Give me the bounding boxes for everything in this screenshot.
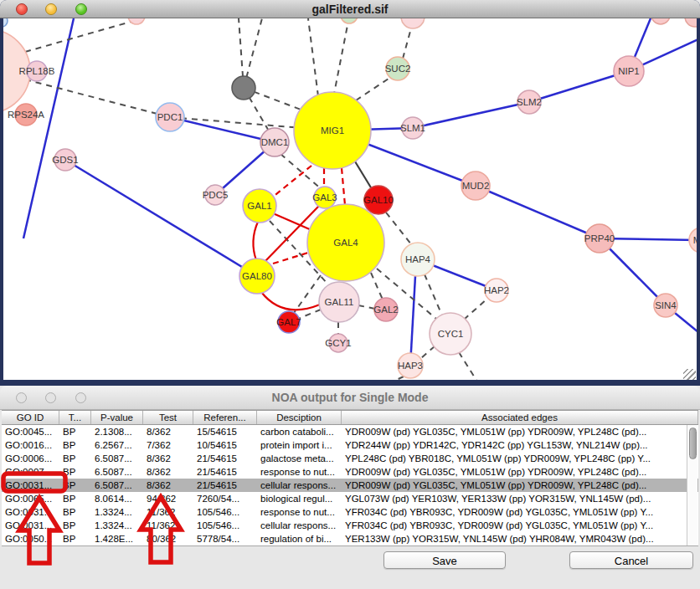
node-label: MSI	[693, 235, 697, 245]
table-cell: GO:0007...	[2, 465, 59, 479]
network-edge[interactable]	[298, 310, 321, 319]
network-edge[interactable]	[389, 376, 404, 380]
column-header-desciption[interactable]: Desciption	[257, 411, 342, 424]
cancel-button[interactable]: Cancel	[569, 551, 693, 569]
table-cell: YFR034C (pd) YBR093C, YDR009W (pd) YGL03…	[342, 505, 698, 519]
save-button[interactable]: Save	[383, 551, 506, 569]
network-edge[interactable]	[25, 20, 136, 52]
column-header-referen[interactable]: Referen...	[193, 411, 257, 424]
network-edge[interactable]	[25, 79, 170, 117]
column-header-t[interactable]: T...	[59, 411, 91, 424]
table-cell: 80/362	[143, 532, 193, 545]
network-edge[interactable]	[65, 160, 257, 276]
node-label: HAP4	[405, 254, 431, 264]
noa-window-titlebar[interactable]: NOA output for Single Mode	[0, 386, 700, 410]
network-edge[interactable]	[413, 102, 529, 128]
network-node-fragment[interactable]	[401, 18, 425, 28]
column-header-associated-edges[interactable]: Associated edges	[342, 411, 698, 424]
table-cell: BP	[59, 505, 91, 519]
table-row[interactable]: GO:0016...BP6.2567...7/36210/54615protei…	[2, 438, 698, 452]
table-cell: GO:0006...	[2, 452, 59, 465]
network-edge[interactable]	[273, 213, 311, 230]
network-window: galFiltered.sif RPL18BRPS24AGDS1PDC1DMC1…	[0, 0, 700, 386]
table-row[interactable]: GO:0065...BP8.0614...94/3627260/54...bio…	[2, 492, 698, 505]
table-row[interactable]: GO:0045...BP2.1308...8/36215/54615carbon…	[2, 425, 698, 438]
network-node-fragment[interactable]	[232, 76, 255, 100]
network-edge[interactable]	[421, 346, 435, 358]
node-label: CYC1	[438, 329, 464, 339]
column-header-p-value[interactable]: P-value	[91, 411, 143, 424]
table-cell: BP	[59, 452, 91, 465]
network-node-fragment[interactable]	[3, 18, 8, 27]
node-label: PDC5	[203, 190, 229, 200]
resize-grip-icon[interactable]	[683, 369, 696, 380]
node-label: GAL7	[276, 317, 301, 327]
table-cell: response to nut...	[257, 505, 342, 519]
network-edge[interactable]	[308, 18, 318, 96]
network-window-titlebar[interactable]: galFiltered.sif	[0, 0, 700, 18]
network-edge[interactable]	[459, 352, 477, 380]
vertical-scrollbar[interactable]	[687, 425, 697, 545]
network-edge[interactable]	[464, 298, 488, 320]
network-node-fragment[interactable]	[685, 18, 697, 27]
node-label: GAL2	[373, 305, 398, 315]
network-edge[interactable]	[273, 253, 308, 264]
table-cell: 8/362	[143, 479, 193, 492]
node-label: GAL11	[325, 297, 354, 307]
network-edge[interactable]	[476, 186, 600, 238]
table-cell: 10/54615	[193, 438, 257, 452]
table-cell: YDR009W (pd) YGL035C, YML051W (pp) YDR00…	[342, 425, 698, 438]
table-row[interactable]: GO:0007...BP6.5087...8/36221/54615respon…	[2, 465, 698, 479]
node-label: HAP3	[398, 361, 423, 371]
network-edge[interactable]	[403, 25, 412, 59]
network-canvas[interactable]: RPL18BRPS24AGDS1PDC1DMC1MIG1SUC2SLM1SLM2…	[3, 18, 697, 380]
scrollbar-thumb[interactable]	[689, 428, 697, 459]
table-cell: 21/54615	[193, 452, 257, 465]
network-node-fragment[interactable]	[128, 18, 145, 24]
table-cell: 8/362	[143, 452, 193, 465]
node-label: GAL10	[363, 195, 394, 205]
network-edge[interactable]	[261, 292, 320, 310]
network-edge[interactable]	[342, 168, 345, 205]
network-edge[interactable]	[371, 273, 383, 300]
table-cell: BP	[59, 425, 91, 438]
node-label: GAL3	[312, 192, 337, 202]
column-header-go-id[interactable]: GO ID	[2, 411, 59, 424]
table-cell: GO:0050...	[2, 532, 59, 545]
table-cell: BP	[59, 519, 91, 532]
table-row[interactable]: GO:0050...BP1.428E...80/3625778/54...reg…	[2, 532, 698, 545]
network-node-fragment[interactable]	[651, 18, 670, 24]
node-label: RPL18B	[19, 66, 55, 76]
network-edge[interactable]	[410, 261, 416, 366]
network-edge[interactable]	[356, 77, 391, 100]
table-cell: YER133W (pp) YOR315W, YNL145W (pd) YHR08…	[342, 532, 698, 545]
screen: galFiltered.sif RPL18BRPS24AGDS1PDC1DMC1…	[0, 0, 700, 589]
network-edge[interactable]	[386, 213, 412, 245]
table-cell: BP	[59, 492, 91, 505]
network-edge[interactable]	[253, 222, 258, 260]
network-edge[interactable]	[425, 274, 442, 315]
noa-output-window: NOA output for Single Mode GO IDT...P-va…	[0, 386, 700, 589]
table-cell: YGL073W (pd) YER103W, YER133W (pp) YOR31…	[342, 492, 698, 505]
table-row[interactable]: GO:0031...BP6.5087...8/36221/54615cellul…	[2, 479, 698, 492]
node-label: GCY1	[325, 338, 351, 348]
network-node-fragment[interactable]	[341, 18, 358, 23]
column-header-test[interactable]: Test	[143, 411, 193, 424]
node-label: SLM2	[517, 97, 542, 107]
table-cell: YPL248C (pd) YBR018C, YML051W (pp) YDR00…	[342, 452, 698, 465]
table-cell: galactose meta...	[257, 452, 342, 465]
table-row[interactable]: GO:0031...BP1.3324...11/362105/546...res…	[2, 505, 698, 519]
table-cell: 11/362	[143, 519, 193, 532]
network-edge[interactable]	[358, 305, 375, 309]
node-label: GDS1	[52, 155, 78, 165]
network-edge[interactable]	[334, 18, 349, 94]
table-row[interactable]: GO:0031...BP1.3324...11/362105/546...cel…	[2, 519, 698, 532]
window-title: galFiltered.sif	[0, 0, 700, 18]
network-edge[interactable]	[170, 117, 275, 142]
network-edge[interactable]	[294, 275, 321, 313]
table-row[interactable]: GO:0006...BP6.5087...8/36221/54615galact…	[2, 452, 698, 465]
network-edge[interactable]	[268, 166, 311, 201]
window-title: NOA output for Single Mode	[0, 386, 700, 410]
network-edge[interactable]	[23, 18, 74, 238]
table-cell: BP	[59, 532, 91, 545]
